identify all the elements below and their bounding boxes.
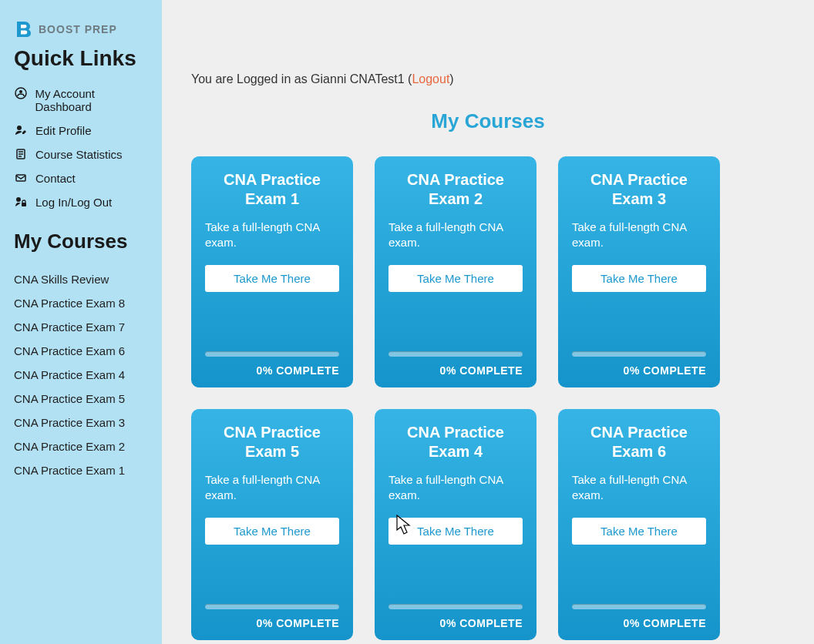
- sidebar-item-label: Edit Profile: [35, 124, 92, 137]
- login-status-prefix: You are Logged in as: [191, 72, 311, 86]
- svg-point-8: [16, 197, 21, 202]
- login-status: You are Logged in as Gianni CNATest1 (Lo…: [191, 72, 785, 86]
- course-progress: 0% COMPLETE: [572, 604, 706, 629]
- sidebar-course-link[interactable]: CNA Practice Exam 4: [14, 363, 151, 387]
- progress-bar: [388, 604, 523, 609]
- progress-label: 0% COMPLETE: [388, 617, 523, 629]
- course-card: CNA Practice Exam 6 Take a full-length C…: [558, 409, 720, 640]
- take-me-there-button[interactable]: Take Me There: [388, 265, 523, 292]
- svg-rect-7: [16, 175, 25, 181]
- course-progress: 0% COMPLETE: [205, 604, 339, 629]
- logo: BOOST PREP: [14, 18, 151, 40]
- sidebar-item-edit-profile[interactable]: Edit Profile: [14, 119, 151, 143]
- progress-label: 0% COMPLETE: [205, 617, 339, 629]
- course-card-desc: Take a full-length CNA exam.: [572, 472, 706, 504]
- take-me-there-button[interactable]: Take Me There: [205, 265, 339, 292]
- logo-icon: [14, 18, 35, 40]
- course-card: CNA Practice Exam 5 Take a full-length C…: [191, 409, 353, 640]
- logo-text: BOOST PREP: [39, 23, 117, 35]
- sidebar-course-link[interactable]: CNA Practice Exam 3: [14, 411, 151, 434]
- sidebar-course-link[interactable]: CNA Skills Review: [14, 267, 151, 291]
- sidebar-item-label: Course Statistics: [35, 148, 123, 161]
- take-me-there-button[interactable]: Take Me There: [388, 518, 523, 545]
- sidebar-item-course-statistics[interactable]: Course Statistics: [14, 143, 151, 166]
- page-title: My Courses: [191, 109, 785, 133]
- course-progress: 0% COMPLETE: [572, 351, 706, 377]
- course-card-title: CNA Practice Exam 5: [205, 423, 339, 461]
- course-cards: CNA Practice Exam 1 Take a full-length C…: [191, 156, 785, 640]
- sidebar-course-link[interactable]: CNA Practice Exam 5: [14, 387, 151, 411]
- sidebar-item-label: Log In/Log Out: [35, 196, 112, 209]
- course-card-desc: Take a full-length CNA exam.: [572, 220, 706, 251]
- course-progress: 0% COMPLETE: [388, 351, 523, 377]
- progress-label: 0% COMPLETE: [205, 364, 339, 377]
- course-card-desc: Take a full-length CNA exam.: [205, 472, 339, 504]
- sidebar-course-link[interactable]: CNA Practice Exam 6: [14, 339, 151, 363]
- main-content: You are Logged in as Gianni CNATest1 (Lo…: [162, 0, 814, 644]
- progress-label: 0% COMPLETE: [388, 364, 523, 377]
- document-icon: [14, 148, 28, 160]
- course-card: CNA Practice Exam 1 Take a full-length C…: [191, 156, 353, 387]
- course-card-title: CNA Practice Exam 4: [388, 423, 523, 461]
- sidebar-item-contact[interactable]: Contact: [14, 166, 151, 190]
- sidebar-item-my-account[interactable]: My Account Dashboard: [14, 82, 151, 119]
- login-status-user: Gianni CNATest1: [311, 72, 405, 86]
- progress-bar: [572, 351, 706, 357]
- course-card-desc: Take a full-length CNA exam.: [388, 472, 523, 504]
- course-card: CNA Practice Exam 4 Take a full-length C…: [375, 409, 536, 640]
- svg-point-1: [19, 90, 22, 93]
- take-me-there-button[interactable]: Take Me There: [572, 518, 706, 545]
- course-card-title: CNA Practice Exam 1: [205, 170, 339, 209]
- user-circle-icon: [14, 87, 27, 99]
- progress-bar: [388, 351, 523, 357]
- progress-label: 0% COMPLETE: [572, 364, 706, 377]
- progress-bar: [205, 604, 339, 609]
- course-progress: 0% COMPLETE: [205, 351, 339, 377]
- course-card: CNA Practice Exam 3 Take a full-length C…: [558, 156, 720, 387]
- lock-user-icon: [14, 196, 28, 208]
- take-me-there-button[interactable]: Take Me There: [205, 518, 339, 545]
- envelope-icon: [14, 172, 28, 184]
- login-status-open: (: [405, 72, 412, 86]
- sidebar-item-login-logout[interactable]: Log In/Log Out: [14, 190, 151, 214]
- user-edit-icon: [14, 124, 28, 136]
- my-courses-heading: My Courses: [14, 230, 151, 253]
- logout-link[interactable]: Logout: [412, 72, 449, 86]
- take-me-there-button[interactable]: Take Me There: [572, 265, 706, 292]
- svg-rect-9: [22, 203, 26, 206]
- course-card-title: CNA Practice Exam 2: [388, 170, 523, 209]
- course-card: CNA Practice Exam 2 Take a full-length C…: [375, 156, 536, 387]
- course-progress: 0% COMPLETE: [388, 604, 523, 629]
- course-card-desc: Take a full-length CNA exam.: [388, 220, 523, 251]
- progress-bar: [205, 351, 339, 357]
- progress-bar: [572, 604, 706, 609]
- course-card-title: CNA Practice Exam 3: [572, 170, 706, 209]
- course-card-title: CNA Practice Exam 6: [572, 423, 706, 461]
- sidebar-course-link[interactable]: CNA Practice Exam 8: [14, 291, 151, 315]
- sidebar-course-link[interactable]: CNA Practice Exam 1: [14, 458, 151, 482]
- svg-point-2: [17, 126, 22, 130]
- course-card-desc: Take a full-length CNA exam.: [205, 220, 339, 251]
- login-status-close: ): [449, 72, 453, 86]
- progress-label: 0% COMPLETE: [572, 617, 706, 629]
- sidebar-item-label: Contact: [35, 172, 76, 185]
- sidebar: BOOST PREP Quick Links My Account Dashbo…: [0, 0, 162, 644]
- sidebar-course-link[interactable]: CNA Practice Exam 7: [14, 315, 151, 339]
- quick-links-heading: Quick Links: [14, 46, 151, 71]
- sidebar-item-label: My Account Dashboard: [35, 87, 151, 113]
- sidebar-course-link[interactable]: CNA Practice Exam 2: [14, 434, 151, 458]
